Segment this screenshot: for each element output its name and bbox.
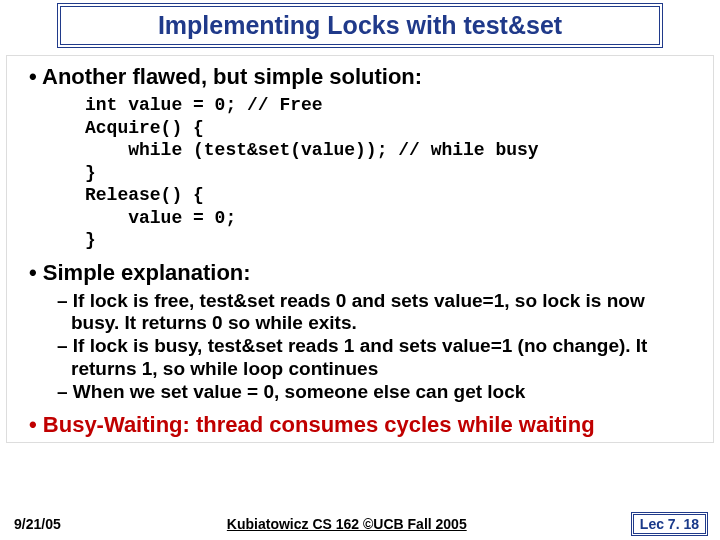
footer-date: 9/21/05 — [14, 516, 61, 532]
sub-bullet-lock-free: – If lock is free, test&set reads 0 and … — [71, 290, 691, 335]
slide-body: • Another flawed, but simple solution: i… — [6, 55, 714, 443]
slide-footer: 9/21/05 Kubiatowicz CS 162 ©UCB Fall 200… — [0, 514, 720, 534]
sub-bullet-release: – When we set value = 0, someone else ca… — [71, 381, 691, 403]
code-block: int value = 0; // Free Acquire() { while… — [85, 94, 691, 252]
footer-course: Kubiatowicz CS 162 ©UCB Fall 2005 — [227, 516, 467, 532]
slide-title: Implementing Locks with test&set — [60, 6, 660, 45]
bullet-flawed-solution: • Another flawed, but simple solution: — [29, 64, 691, 90]
bullet-busy-waiting: • Busy-Waiting: thread consumes cycles w… — [29, 412, 691, 438]
footer-page: Lec 7. 18 — [633, 514, 706, 534]
sub-bullet-lock-busy: – If lock is busy, test&set reads 1 and … — [71, 335, 691, 380]
bullet-simple-explanation: • Simple explanation: — [29, 260, 691, 286]
